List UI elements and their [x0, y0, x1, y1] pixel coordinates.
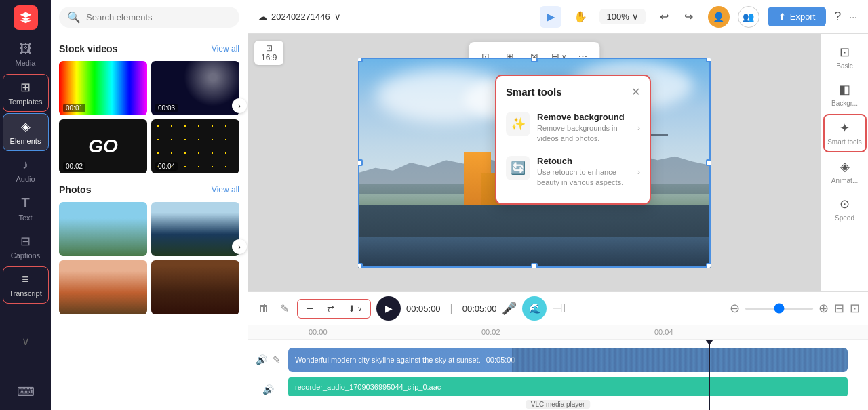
photo-thumb-2[interactable] [151, 202, 239, 256]
video-duration-3: 00:02 [63, 162, 85, 171]
right-tool-background[interactable]: ◧ Backgr... [823, 77, 867, 112]
photo-thumb-4[interactable] [151, 260, 239, 314]
video-thumb-4[interactable]: 00:04 [151, 119, 239, 173]
captions-icon: ⊟ [20, 234, 31, 249]
sidebar-item-audio[interactable]: ♪ Audio [3, 152, 49, 188]
undo-btn[interactable]: ↩ [654, 6, 675, 28]
add-user-btn[interactable]: 👥 [738, 6, 760, 28]
video-track-label: Wonderful modern city skyline against th… [295, 356, 481, 364]
audio-track-icons: 🔊 [248, 384, 288, 395]
export-icon: ⬆ [778, 12, 786, 22]
sidebar-item-label: Transcript [9, 289, 42, 298]
next-photos-btn[interactable]: › [232, 239, 247, 254]
zoom-in-btn[interactable]: ⊕ [818, 301, 829, 316]
delete-btn[interactable]: 🗑 [256, 300, 272, 317]
video-track-content[interactable]: Wonderful modern city skyline against th… [288, 348, 868, 372]
help-btn[interactable]: ? [834, 9, 841, 24]
remove-bg-text: Remove background Remove backgrounds in … [537, 112, 631, 144]
sidebar-item-media[interactable]: 🖼 Media [3, 37, 49, 73]
volume-icon[interactable]: 🔊 [256, 354, 267, 365]
export-label: Export [790, 12, 816, 22]
ruler-spacer3 [741, 328, 828, 336]
wave-btn[interactable]: 🌊 [522, 296, 547, 321]
pointer-tool-btn[interactable]: ▶ [540, 6, 561, 28]
sidebar-item-templates[interactable]: ⊞ Templates [3, 74, 49, 112]
sidebar-item-label: Templates [8, 98, 42, 106]
play-button[interactable]: ▶ [376, 296, 401, 321]
zoom-control[interactable]: 100% ∨ [599, 9, 645, 24]
sidebar-expand-btn[interactable]: ∨ [16, 329, 35, 353]
keyboard-icon: ⌨ [17, 384, 35, 399]
right-tools-panel: ⊡ Basic ◧ Backgr... ✦ Smart tools ◈ Anim… [821, 34, 868, 291]
photos-grid: › [59, 202, 239, 314]
search-input[interactable] [86, 12, 231, 22]
smart-icon: ✦ [840, 121, 850, 136]
sidebar-item-transcript[interactable]: ≡ Transcript [3, 266, 49, 304]
total-time: 00:05:00 [462, 304, 497, 314]
audio-volume-icon[interactable]: 🔊 [262, 384, 274, 395]
video-thumb-3[interactable]: GO 00:02 [59, 119, 147, 173]
export-button[interactable]: ⬆ Export [768, 7, 827, 26]
fullscreen-btn[interactable]: ⊡ [850, 301, 860, 316]
trim-btn[interactable]: ⊢ [300, 301, 319, 316]
stock-videos-view-all[interactable]: View all [212, 44, 239, 54]
elements-icon: ◈ [21, 119, 31, 134]
split-btn[interactable]: ⊣⊢ [552, 301, 574, 316]
mic-btn[interactable]: 🎤 [502, 301, 517, 316]
right-tool-speed[interactable]: ⊙ Speed [823, 191, 867, 227]
edit-btn[interactable]: ✎ [277, 300, 292, 318]
ruler-00:00: 00:00 [309, 328, 395, 336]
sidebar-item-captions[interactable]: ⊟ Captions [3, 228, 49, 265]
video-thumb-2[interactable]: 00:03 [151, 61, 239, 115]
zoom-out-btn[interactable]: ⊖ [730, 301, 740, 316]
project-id-text: 202402271446 [271, 12, 330, 22]
remove-bg-arrow: › [637, 123, 640, 133]
audio-track-clip[interactable]: recorder_audio_1709036995044_clip_0.aac [288, 377, 848, 396]
video-thumb-1[interactable]: 00:01 [59, 61, 147, 115]
remove-bg-desc: Remove backgrounds in videos and photos. [537, 123, 631, 144]
search-box[interactable]: 🔍 [59, 7, 239, 28]
next-videos-btn[interactable]: › [232, 98, 247, 113]
top-bar: ☁ 202402271446 ∨ ▶ ✋ 100% ∨ ↩ ↪ 👤 👥 ⬆ Ex… [248, 0, 868, 34]
audio-track-content[interactable]: recorder_audio_1709036995044_clip_0.aac [288, 377, 868, 402]
timeline-controls: 🗑 ✎ ⊢ ⇄ ⬇ ∨ ▶ 00:05:00 | 00:05:00 🎤 🌊 ⊣⊢… [248, 292, 868, 325]
smart-tool-remove-bg[interactable]: ✨ Remove background Remove backgrounds i… [506, 106, 640, 150]
photo-thumb-1[interactable] [59, 202, 147, 256]
edit-track-icon[interactable]: ✎ [273, 354, 281, 365]
project-id[interactable]: ☁ 202402271446 ∨ [258, 12, 341, 22]
fit-btn[interactable]: ⊟ [834, 301, 844, 316]
right-tool-smart[interactable]: ✦ Smart tools [823, 114, 867, 152]
mirror-btn[interactable]: ⇄ [321, 301, 340, 316]
smart-tool-retouch[interactable]: 🔄 Retouch Use retouch to enhance beauty … [506, 150, 640, 194]
editor-main: ☁ 202402271446 ∨ ▶ ✋ 100% ∨ ↩ ↪ 👤 👥 ⬆ Ex… [248, 0, 868, 410]
sidebar-item-label: Captions [11, 251, 40, 260]
zoom-chevron: ∨ [632, 12, 639, 22]
undo-redo-group: ↩ ↪ [654, 6, 700, 28]
avatar-btn[interactable]: 👤 [708, 6, 730, 28]
ruler-spacer1 [395, 328, 482, 336]
photos-view-all[interactable]: View all [212, 185, 239, 194]
speed-icon: ⊙ [840, 197, 850, 211]
video-duration-2: 00:03 [155, 104, 178, 112]
video-track-clip[interactable]: Wonderful modern city skyline against th… [288, 348, 848, 372]
zoom-slider[interactable] [745, 308, 813, 310]
sidebar-item-elements[interactable]: ◈ Elements [3, 113, 49, 151]
background-icon: ◧ [839, 82, 850, 97]
retouch-text: Retouch Use retouch to enhance beauty in… [537, 156, 631, 188]
background-label: Backgr... [831, 100, 858, 107]
photo-thumb-3[interactable] [59, 260, 147, 314]
right-tool-basic[interactable]: ⊡ Basic [823, 39, 867, 75]
download-btn[interactable]: ⬇ ∨ [342, 301, 368, 316]
playhead [709, 340, 710, 410]
smart-tools-header: Smart tools ✕ [506, 85, 640, 98]
smart-tools-close-btn[interactable]: ✕ [631, 85, 640, 98]
canvas-area: ⊡ 16:9 ⊡ ⊞ ⊠ ⊟ ∨ ··· [248, 34, 821, 291]
right-tool-animate[interactable]: ◈ Animat... [823, 154, 867, 190]
redo-btn[interactable]: ↪ [678, 6, 700, 28]
logo-button[interactable] [14, 5, 38, 30]
sidebar-item-keyboard[interactable]: ⌨ [3, 379, 49, 405]
more-btn[interactable]: ··· [849, 12, 857, 22]
hand-tool-btn[interactable]: ✋ [570, 6, 591, 28]
sidebar-item-text[interactable]: T Text [3, 190, 49, 227]
templates-icon: ⊞ [20, 80, 31, 95]
